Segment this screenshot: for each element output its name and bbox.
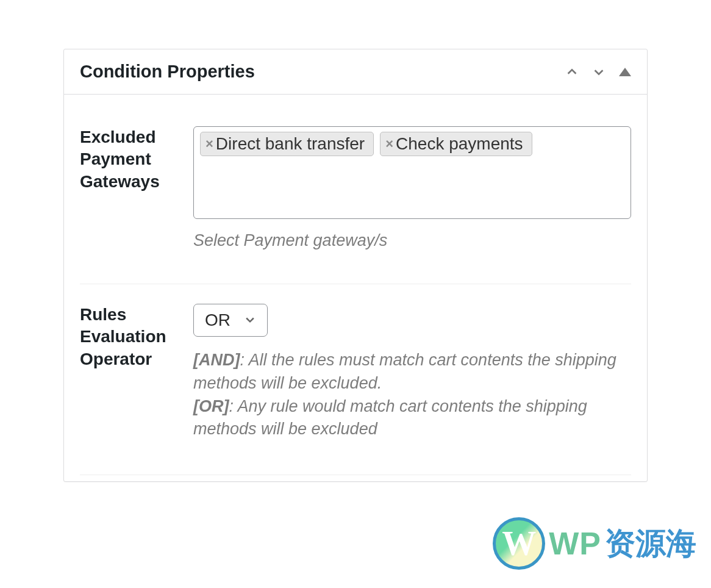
watermark-logo: W WP 资源海 — [493, 517, 696, 531]
close-icon[interactable]: × — [205, 137, 213, 151]
rules-operator-row: Rules Evaluation Operator OR [AND]: All … — [80, 284, 631, 475]
rules-operator-input-wrap: OR [AND]: All the rules must match cart … — [193, 304, 631, 441]
excluded-gateways-label: Excluded Payment Gateways — [80, 126, 187, 250]
condition-properties-panel: Condition Properties Excluded Payment Ga… — [63, 49, 648, 482]
wordpress-logo-icon: W — [493, 517, 545, 531]
desc-and-text: : All the rules must match cart contents… — [193, 351, 616, 392]
desc-or-text: : Any rule would match cart contents the… — [193, 397, 587, 439]
collapse-triangle-icon[interactable] — [619, 68, 631, 76]
panel-header: Condition Properties — [64, 49, 647, 95]
desc-and-label: [AND] — [193, 351, 240, 369]
desc-or-label: [OR] — [193, 397, 229, 415]
logo-w: W — [502, 524, 536, 531]
gateway-tag: × Direct bank transfer — [200, 132, 374, 156]
excluded-gateways-input-wrap: × Direct bank transfer × Check payments … — [193, 126, 631, 250]
rules-operator-label: Rules Evaluation Operator — [80, 304, 187, 441]
close-icon[interactable]: × — [385, 137, 393, 151]
panel-title: Condition Properties — [80, 62, 255, 82]
gateway-tag: × Check payments — [380, 132, 532, 156]
tag-label: Check payments — [396, 134, 523, 154]
chevron-up-icon[interactable] — [565, 65, 579, 79]
tag-label: Direct bank transfer — [216, 134, 365, 154]
chevron-down-icon[interactable] — [592, 65, 606, 79]
rules-operator-select[interactable]: OR — [193, 304, 268, 337]
excluded-gateways-hint: Select Payment gateway/s — [193, 231, 631, 250]
panel-header-controls — [565, 65, 631, 79]
excluded-gateways-row: Excluded Payment Gateways × Direct bank … — [80, 110, 631, 284]
logo-text-wp: WP — [549, 525, 601, 531]
panel-body: Excluded Payment Gateways × Direct bank … — [64, 95, 647, 481]
excluded-gateways-tagbox[interactable]: × Direct bank transfer × Check payments — [193, 126, 631, 219]
rules-operator-value: OR — [205, 310, 230, 330]
logo-text-cn: 资源海 — [605, 523, 696, 531]
rules-operator-description: [AND]: All the rules must match cart con… — [193, 349, 631, 441]
chevron-down-icon — [244, 310, 256, 330]
